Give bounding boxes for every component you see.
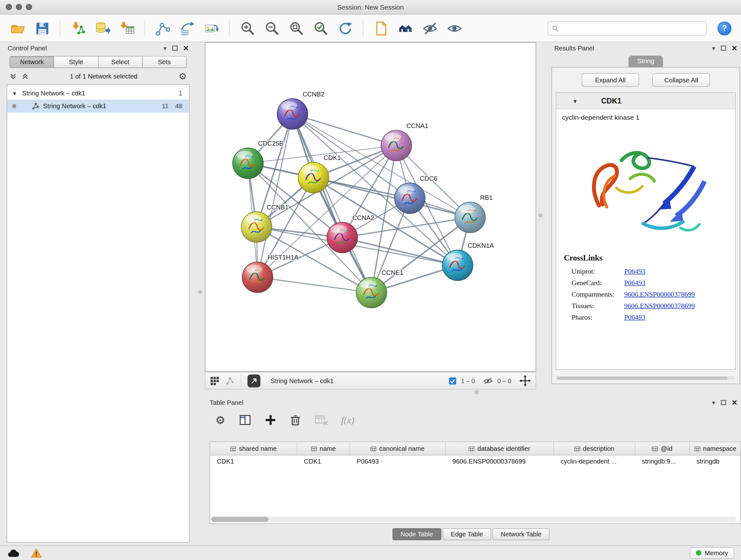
- crosslink-link[interactable]: P06493: [624, 313, 645, 321]
- column-header-database-identifier[interactable]: database identifier: [446, 442, 554, 455]
- network-edge-CCNB2-HIST1H1A[interactable]: [258, 114, 293, 277]
- network-edge-CCNB2-CCNA1[interactable]: [293, 114, 397, 145]
- tab-network-table[interactable]: Network Table: [493, 528, 550, 541]
- right-splitter-handle[interactable]: [539, 213, 542, 217]
- tab-style[interactable]: Style: [54, 56, 98, 68]
- column-header-namespace[interactable]: namespace: [690, 442, 741, 455]
- expand-all-button[interactable]: Expand All: [582, 73, 639, 87]
- crosslink-link[interactable]: P06493: [624, 267, 645, 275]
- network-node-CCNA1[interactable]: [381, 130, 412, 161]
- close-panel-icon[interactable]: [732, 45, 738, 51]
- table-cell: stringdb: [690, 455, 741, 469]
- network-node-CDC25B[interactable]: [232, 148, 263, 179]
- network-node-CDKN1A[interactable]: [442, 250, 473, 281]
- crosslink-label: Pharos:: [564, 313, 624, 321]
- tab-node-table[interactable]: Node Table: [392, 528, 441, 541]
- results-horizontal-scrollbar[interactable]: [557, 376, 735, 380]
- float-panel-icon[interactable]: [721, 400, 726, 405]
- network-node-label: CCNB1: [267, 204, 289, 211]
- delete-trash-icon[interactable]: [289, 414, 301, 426]
- open-in-browser-button[interactable]: [248, 374, 261, 387]
- network-collection-row[interactable]: ▼ String Network – cdk1 1: [7, 87, 189, 100]
- first-neighbors-button[interactable]: [395, 18, 415, 38]
- import-table-from-file-button[interactable]: [117, 18, 137, 38]
- warning-icon[interactable]: [30, 548, 42, 558]
- birdseye-grid-icon[interactable]: [210, 376, 219, 385]
- open-session-button[interactable]: [8, 18, 28, 38]
- network-node-CDK1[interactable]: [298, 163, 329, 193]
- tree-expand-icon[interactable]: ▼: [12, 90, 19, 96]
- column-header-shared-name[interactable]: shared name: [210, 442, 297, 455]
- window-zoom-button[interactable]: [26, 4, 32, 10]
- crosslink-link[interactable]: P06493: [624, 279, 645, 287]
- collapse-panel-icon[interactable]: ▾: [712, 45, 715, 51]
- hidden-eye-slash-icon[interactable]: [483, 377, 493, 385]
- tab-string[interactable]: String: [629, 56, 663, 67]
- section-expand-icon[interactable]: ▼: [572, 98, 579, 104]
- zoom-in-button[interactable]: [238, 18, 258, 38]
- network-edge-CDK1-RB1[interactable]: [314, 178, 470, 218]
- network-node-RB1[interactable]: [455, 202, 485, 233]
- window-close-button[interactable]: [6, 4, 12, 10]
- tab-edge-table[interactable]: Edge Table: [443, 528, 491, 541]
- network-node-CCNB2[interactable]: [277, 99, 308, 129]
- scrollbar-thumb[interactable]: [211, 517, 269, 522]
- left-splitter-handle[interactable]: [198, 290, 202, 294]
- close-panel-icon[interactable]: [732, 400, 738, 405]
- hide-selected-button[interactable]: [420, 18, 440, 38]
- memory-button[interactable]: Memory: [690, 547, 734, 559]
- tab-select[interactable]: Select: [98, 56, 142, 68]
- show-all-button[interactable]: [444, 18, 464, 38]
- float-panel-icon[interactable]: [721, 45, 726, 51]
- collapse-panel-icon[interactable]: ▾: [163, 45, 166, 51]
- column-header-name[interactable]: name: [297, 442, 350, 455]
- network-node-CCNE1[interactable]: [356, 277, 387, 308]
- network-share-icon[interactable]: [226, 376, 235, 385]
- table-horizontal-scrollbar[interactable]: [211, 517, 736, 522]
- network-node-CCNA2[interactable]: [327, 222, 358, 253]
- save-session-button[interactable]: [32, 18, 52, 38]
- selected-checkbox-icon[interactable]: [449, 377, 457, 385]
- reapply-layout-button[interactable]: [335, 18, 355, 38]
- crosslink-link[interactable]: 9606.ENSP00000378699: [624, 290, 695, 299]
- table-row[interactable]: CDK1CDK1P064939606.ENSP00000378699cyclin…: [210, 455, 741, 469]
- tab-sets[interactable]: Sets: [143, 56, 187, 68]
- zoom-out-button[interactable]: [262, 18, 282, 38]
- collapse-all-button[interactable]: Collapse All: [653, 73, 710, 87]
- crosslink-link[interactable]: 9606.ENSP00000378699: [624, 302, 695, 310]
- column-header--id[interactable]: @id: [635, 442, 690, 455]
- network-edge-HIST1H1A-CCNE1[interactable]: [258, 277, 372, 293]
- window-minimize-button[interactable]: [16, 4, 22, 10]
- network-canvas[interactable]: CCNB2CCNA1CDC25BCDK1CDC6RB1CCNB1CCNA2CDK…: [205, 42, 536, 372]
- network-node-CCNB1[interactable]: [241, 212, 272, 242]
- cloud-icon[interactable]: [7, 548, 20, 558]
- search-input[interactable]: [562, 24, 702, 32]
- add-column-plus-icon[interactable]: [265, 415, 276, 426]
- zoom-selected-button[interactable]: [311, 18, 331, 38]
- pan-crosshair-icon[interactable]: [520, 375, 531, 387]
- collapse-all-icon[interactable]: [10, 72, 17, 80]
- network-node-HIST1H1A[interactable]: [242, 262, 273, 293]
- new-network-from-selection-button[interactable]: [177, 18, 197, 38]
- gene-section-header[interactable]: ▼ CDK1: [556, 93, 735, 109]
- duplicate-network-button[interactable]: [153, 18, 173, 38]
- expand-all-icon[interactable]: [22, 72, 29, 80]
- import-network-from-database-button[interactable]: [92, 18, 113, 38]
- show-columns-icon[interactable]: [239, 414, 251, 426]
- network-options-gear-icon[interactable]: ⚙: [179, 71, 187, 81]
- column-header-canonical-name[interactable]: canonical name: [350, 442, 446, 455]
- collapse-panel-icon[interactable]: ▾: [712, 399, 715, 406]
- help-button[interactable]: ?: [718, 21, 732, 36]
- tab-network[interactable]: Network: [10, 56, 54, 68]
- table-settings-gear-icon[interactable]: ⚙: [215, 415, 225, 426]
- zoom-fit-button[interactable]: [286, 18, 307, 38]
- network-edge-CCNB2-CCNE1[interactable]: [293, 114, 372, 293]
- column-header-description[interactable]: description: [554, 442, 635, 455]
- close-panel-icon[interactable]: [184, 45, 189, 51]
- copy-document-button[interactable]: [371, 18, 391, 38]
- float-panel-icon[interactable]: [172, 45, 178, 51]
- network-node-CDC6[interactable]: [394, 183, 425, 213]
- export-image-button[interactable]: [202, 18, 222, 38]
- import-network-from-file-button[interactable]: [68, 18, 88, 38]
- network-row[interactable]: String Network – cdk1 11 48: [7, 100, 189, 113]
